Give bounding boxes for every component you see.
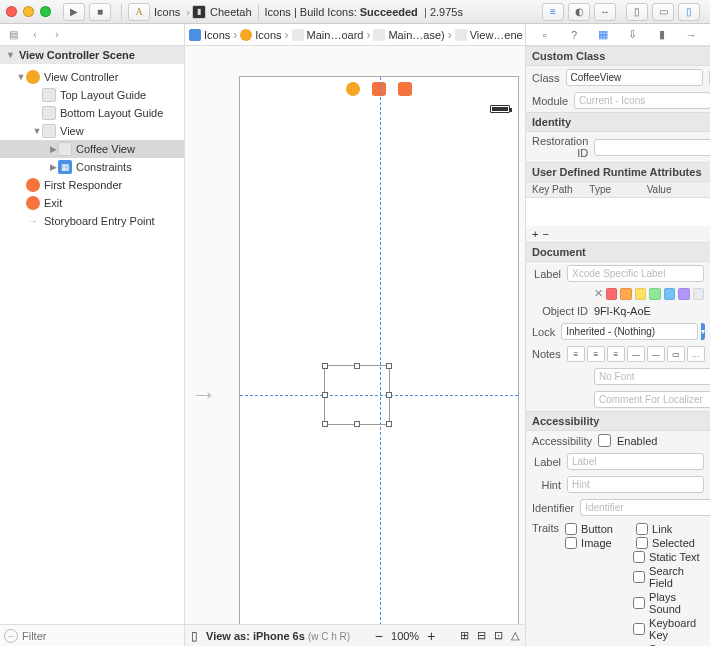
minimize-window-button[interactable] — [23, 6, 34, 17]
notes-font-input[interactable] — [594, 368, 710, 385]
canvas: → — [185, 46, 525, 646]
canvas-area[interactable]: → — [185, 46, 525, 624]
trait-checkbox[interactable]: Summary Element — [565, 642, 707, 646]
acc-hint-label: Hint — [532, 479, 561, 491]
scheme-device-icon[interactable]: ▮ — [192, 5, 206, 19]
breadcrumb-item[interactable]: Main…ase) — [373, 28, 454, 42]
breadcrumb-item[interactable]: Icons — [240, 28, 291, 42]
editor-assistant-button[interactable]: ◐ — [568, 3, 590, 21]
trait-checkbox[interactable]: Keyboard Key — [565, 616, 707, 642]
localizer-comment-input[interactable] — [594, 391, 710, 408]
filter-input[interactable] — [22, 630, 180, 642]
acc-hint-input[interactable] — [567, 476, 704, 493]
outline-filter: – — [0, 624, 184, 646]
outline-node[interactable]: Top Layout Guide — [0, 86, 184, 104]
acc-identifier-input[interactable] — [580, 499, 710, 516]
device-frame[interactable] — [239, 76, 519, 624]
trait-checkbox[interactable]: Static Text — [565, 550, 707, 564]
module-input[interactable] — [574, 92, 710, 109]
runtime-remove-button[interactable]: − — [542, 228, 548, 240]
section-runtime: User Defined Runtime Attributes — [526, 162, 710, 182]
module-label: Module — [532, 95, 568, 107]
section-identity: Identity — [526, 112, 710, 132]
breadcrumb-item[interactable]: Main…oard — [292, 28, 374, 42]
help-inspector-tab[interactable]: ? — [565, 27, 583, 43]
breadcrumb-item[interactable]: View…ene — [455, 28, 525, 42]
lock-dropdown-icon[interactable]: ▾ — [701, 323, 705, 340]
trait-checkbox[interactable]: Button — [565, 522, 636, 536]
lock-select[interactable] — [561, 323, 698, 340]
runtime-add-button[interactable]: + — [532, 228, 538, 240]
outline-node[interactable]: ▼View Controller — [0, 68, 184, 86]
inspector-panel: Custom Class Class ▴▾ Module ▾ Identity … — [525, 46, 710, 646]
align-button[interactable]: ⊞ — [460, 629, 469, 642]
traits-label: Traits — [532, 522, 559, 534]
editor-standard-button[interactable]: ≡ — [542, 3, 564, 21]
nav-forward-button[interactable]: › — [48, 27, 66, 43]
outline-node[interactable]: Bottom Layout Guide — [0, 104, 184, 122]
class-input[interactable] — [566, 69, 703, 86]
restoration-input[interactable] — [594, 139, 710, 156]
trait-checkbox[interactable]: Selected — [636, 536, 707, 550]
scheme-app-icon[interactable]: A — [128, 3, 150, 21]
close-window-button[interactable] — [6, 6, 17, 17]
identity-inspector-tab[interactable]: ▦ — [594, 27, 612, 43]
window-controls — [6, 6, 51, 17]
zoom-level: 100% — [391, 630, 419, 642]
outline-node[interactable]: ▶Coffee View — [0, 140, 184, 158]
editor-version-button[interactable]: ↔ — [594, 3, 616, 21]
connections-inspector-tab[interactable]: → — [682, 27, 700, 43]
stop-button[interactable]: ■ — [89, 3, 111, 21]
toggle-inspector-button[interactable]: ▯ — [678, 3, 700, 21]
viewas-label[interactable]: View as: iPhone 6s (w C h R) — [206, 630, 350, 642]
outline-node[interactable]: →Storyboard Entry Point — [0, 212, 184, 230]
lock-label: Lock — [532, 326, 555, 338]
scene-icon-3[interactable] — [398, 82, 412, 96]
zoom-in-button[interactable]: + — [427, 628, 435, 644]
trait-checkbox[interactable]: Link — [636, 522, 707, 536]
zoom-window-button[interactable] — [40, 6, 51, 17]
section-custom-class: Custom Class — [526, 46, 710, 66]
trait-checkbox[interactable]: Search Field — [565, 564, 707, 590]
outline-toggle-icon[interactable]: ▤ — [4, 27, 22, 43]
selected-view[interactable] — [324, 365, 390, 425]
label-color-swatches[interactable]: ✕ — [526, 285, 710, 302]
size-inspector-tab[interactable]: ▮ — [653, 27, 671, 43]
scene-icon-2[interactable] — [372, 82, 386, 96]
notes-format-buttons[interactable]: ≡≡≡ ——▭… — [567, 346, 705, 362]
outline-node[interactable]: Exit — [0, 194, 184, 212]
outline-toggle-bottom-icon[interactable]: ▯ — [191, 629, 198, 643]
nav-back-button[interactable]: ‹ — [26, 27, 44, 43]
scheme-app[interactable]: Icons — [154, 6, 180, 18]
pin-button[interactable]: ⊟ — [477, 629, 486, 642]
section-accessibility: Accessibility — [526, 411, 710, 431]
toggle-debug-button[interactable]: ▭ — [652, 3, 674, 21]
outline-node[interactable]: ▼View — [0, 122, 184, 140]
trait-checkbox[interactable]: Plays Sound — [565, 590, 707, 616]
runtime-table-body[interactable] — [526, 198, 710, 226]
toggle-navigator-button[interactable]: ▯ — [626, 3, 648, 21]
objectid-label: Object ID — [532, 305, 588, 317]
breadcrumb-item[interactable]: Icons — [189, 28, 240, 42]
zoom-out-button[interactable]: − — [375, 628, 383, 644]
attributes-inspector-tab[interactable]: ⇩ — [624, 27, 642, 43]
outline-node[interactable]: ▶▦Constraints — [0, 158, 184, 176]
swatch-clear-icon[interactable]: ✕ — [594, 287, 603, 300]
scheme-device[interactable]: Cheetah — [210, 6, 252, 18]
objectid-value: 9Fl-Kq-AoE — [594, 305, 651, 317]
doc-label-input[interactable] — [567, 265, 704, 282]
file-inspector-tab[interactable]: ▫ — [536, 27, 554, 43]
acc-enabled-checkbox[interactable] — [598, 434, 611, 447]
section-document: Document — [526, 242, 710, 262]
trait-checkbox[interactable]: Image — [565, 536, 636, 550]
run-button[interactable]: ▶ — [63, 3, 85, 21]
class-label: Class — [532, 72, 560, 84]
outline-node[interactable]: First Responder — [0, 176, 184, 194]
resolve-button[interactable]: ⊡ — [494, 629, 503, 642]
acc-label-input[interactable] — [567, 453, 704, 470]
embed-button[interactable]: △ — [511, 629, 519, 642]
breadcrumb[interactable]: IconsIconsMain…oardMain…ase)View…eneView… — [185, 24, 525, 45]
outline-scene-header[interactable]: ▼ View Controller Scene — [0, 46, 184, 64]
filter-icon[interactable]: – — [4, 629, 18, 643]
scene-icon-1[interactable] — [346, 82, 360, 96]
